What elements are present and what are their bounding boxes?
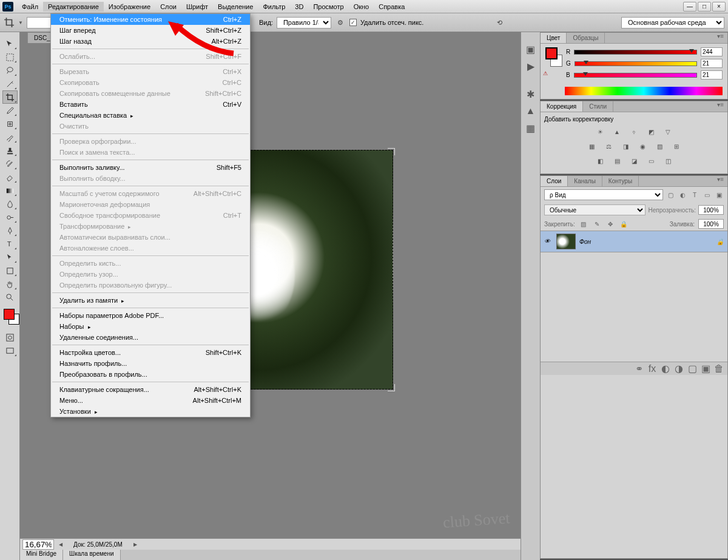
threshold-icon[interactable]: ◪ — [629, 155, 639, 166]
histogram-panel-icon[interactable]: ▲ — [524, 104, 538, 118]
menu-item[interactable]: Выполнить заливку...Shift+F5 — [51, 162, 250, 173]
wand-tool[interactable] — [2, 77, 18, 90]
menu-item[interactable]: Клавиатурные сокращения...Alt+Shift+Ctrl… — [51, 384, 250, 395]
chevron-down-icon[interactable]: ▼ — [18, 20, 23, 25]
menu-file[interactable]: Файл — [17, 2, 43, 12]
link-layers-icon[interactable]: ⚭ — [634, 364, 644, 374]
tab-swatches[interactable]: Образцы — [567, 33, 605, 43]
panel-menu-icon[interactable]: ▾≡ — [713, 101, 727, 112]
info-panel-icon[interactable]: ▦ — [524, 121, 538, 135]
menu-view[interactable]: Просмотр — [308, 2, 348, 12]
tab-paths[interactable]: Контуры — [602, 176, 639, 186]
maximize-button[interactable]: □ — [698, 2, 711, 12]
foreground-color-swatch[interactable] — [4, 309, 15, 320]
b-slider[interactable] — [574, 73, 697, 78]
tab-layers[interactable]: Слои — [541, 176, 568, 186]
menu-item[interactable]: Удаленные соединения... — [51, 332, 250, 343]
color-swatches[interactable] — [2, 309, 17, 326]
selective-icon[interactable]: ◫ — [662, 155, 673, 166]
reset-icon[interactable]: ⟲ — [494, 17, 505, 28]
photo-filter-icon[interactable]: ◉ — [637, 141, 648, 152]
layer-fx-icon[interactable]: fx — [647, 364, 657, 374]
menu-item[interactable]: Наборы — [51, 321, 250, 332]
r-input[interactable] — [701, 47, 723, 56]
history-panel-icon[interactable]: ▣ — [524, 42, 538, 56]
menu-item[interactable]: Шаг впередShift+Ctrl+Z — [51, 25, 250, 36]
menu-item[interactable]: Наборы параметров Adobe PDF... — [51, 310, 250, 321]
screenmode-toggle[interactable] — [2, 344, 18, 357]
menu-edit[interactable]: Редактирование — [43, 2, 104, 12]
tab-timeline[interactable]: Шкала времени — [63, 550, 120, 560]
pen-tool[interactable] — [2, 224, 18, 237]
gradient-tool[interactable] — [2, 184, 18, 197]
menu-item[interactable]: Отменить: Изменение состоянияCtrl+Z — [51, 14, 250, 25]
menu-filter[interactable]: Фильтр — [258, 2, 290, 12]
tab-channels[interactable]: Каналы — [568, 176, 602, 186]
workspace-select[interactable]: Основная рабочая среда — [621, 17, 724, 29]
filter-smart-icon[interactable]: ▣ — [714, 190, 724, 200]
eraser-tool[interactable] — [2, 170, 18, 184]
delete-layer-icon[interactable]: 🗑 — [714, 364, 724, 374]
move-tool[interactable] — [2, 37, 18, 50]
mixer-icon[interactable]: ▧ — [654, 141, 665, 152]
g-input[interactable] — [701, 59, 723, 68]
fill-input[interactable] — [698, 219, 724, 229]
levels-icon[interactable]: ▲ — [612, 126, 622, 137]
layer-mask-icon[interactable]: ◐ — [661, 364, 670, 374]
hue-icon[interactable]: ▦ — [586, 141, 597, 152]
new-layer-icon[interactable]: ▣ — [701, 364, 710, 374]
menu-type[interactable]: Шрифт — [181, 2, 213, 12]
lookup-icon[interactable]: ⊞ — [671, 141, 682, 152]
tab-minibridge[interactable]: Mini Bridge — [20, 550, 63, 560]
menu-item[interactable]: Преобразовать в профиль... — [51, 369, 250, 380]
lock-transparent-icon[interactable]: ▨ — [579, 219, 588, 229]
gear-icon[interactable]: ⚙ — [335, 17, 346, 28]
lock-move-icon[interactable]: ✥ — [605, 219, 615, 229]
panel-menu-icon[interactable]: ▾≡ — [713, 176, 727, 186]
close-button[interactable]: × — [712, 2, 726, 12]
shape-tool[interactable] — [2, 264, 18, 277]
menu-item[interactable]: Установки — [51, 406, 250, 417]
layer-item-background[interactable]: 👁 Фон 🔒 — [541, 231, 727, 252]
panel-fg-swatch[interactable] — [545, 47, 558, 59]
lock-paint-icon[interactable]: ✎ — [592, 219, 602, 229]
tab-adjustments[interactable]: Коррекция — [541, 101, 583, 112]
zoom-tool[interactable] — [2, 291, 18, 304]
type-tool[interactable]: T — [2, 237, 18, 251]
menu-select[interactable]: Выделение — [213, 2, 258, 12]
vibrance-icon[interactable]: ▽ — [662, 126, 673, 137]
curves-icon[interactable]: ⎀ — [629, 126, 639, 137]
spectrum-bar[interactable] — [565, 87, 723, 95]
heal-tool[interactable] — [2, 117, 18, 130]
menu-item[interactable]: Шаг назадAlt+Ctrl+Z — [51, 36, 250, 47]
eyedropper-tool[interactable] — [2, 104, 18, 117]
marquee-tool[interactable] — [2, 50, 18, 64]
gamut-warning-icon[interactable]: ⚠ — [543, 70, 548, 76]
stamp-tool[interactable] — [2, 144, 18, 157]
menu-image[interactable]: Изображение — [104, 2, 155, 12]
blend-mode-select[interactable]: Обычные — [544, 204, 645, 215]
chevron-right-icon[interactable]: ▶ — [133, 542, 137, 547]
crop-tool[interactable] — [2, 90, 18, 104]
minimize-button[interactable]: — — [683, 2, 696, 12]
crop-handle-tr[interactable] — [388, 148, 395, 155]
layer-thumbnail[interactable] — [556, 234, 576, 249]
actions-panel-icon[interactable]: ▶ — [524, 59, 538, 73]
crop-handle-br[interactable] — [388, 384, 395, 391]
menu-item[interactable]: Удалить из памяти — [51, 295, 250, 306]
new-group-icon[interactable]: ▢ — [687, 364, 697, 374]
layer-filter-select[interactable]: ρ Вид — [544, 189, 663, 200]
menu-item[interactable]: Меню...Alt+Shift+Ctrl+M — [51, 395, 250, 406]
dodge-tool[interactable] — [2, 211, 18, 224]
bw-icon[interactable]: ◨ — [620, 141, 631, 152]
menu-layers[interactable]: Слои — [155, 2, 181, 12]
tab-color[interactable]: Цвет — [541, 33, 567, 43]
tab-styles[interactable]: Стили — [583, 101, 613, 112]
menu-3d[interactable]: 3D — [290, 2, 308, 12]
brush-tool[interactable] — [2, 130, 18, 144]
filter-shape-icon[interactable]: ▭ — [702, 190, 712, 200]
delete-crop-checkbox[interactable]: ✓ — [349, 19, 357, 26]
chevron-left-icon[interactable]: ◀ — [59, 542, 62, 547]
filter-image-icon[interactable]: ▢ — [666, 190, 675, 200]
zoom-input[interactable] — [22, 539, 54, 550]
